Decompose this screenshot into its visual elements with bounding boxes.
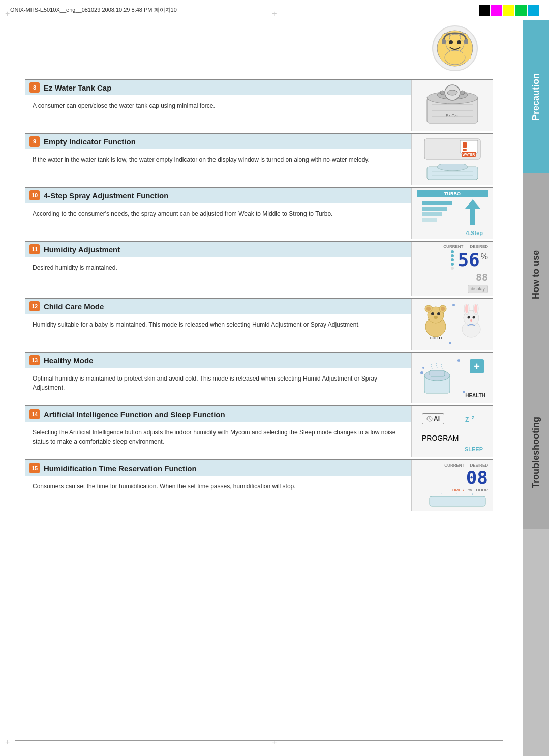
svg-rect-7: [464, 39, 468, 44]
svg-point-5: [457, 40, 461, 44]
feature-image-col-0: Ez Cap: [412, 80, 493, 131]
feature-title-row-1: 9Empty Indicator Function: [25, 134, 411, 149]
svg-point-54: [422, 367, 424, 369]
feature-number-4: 12: [29, 301, 40, 311]
feature-image-col-4: CHILD: [412, 299, 493, 350]
svg-point-39: [434, 316, 438, 319]
feature-row-2: 104-Step Spray Adjustment FunctionAccord…: [25, 187, 493, 239]
feature-desc-2: According to the consumer's needs, the s…: [30, 206, 406, 218]
svg-line-57: [430, 419, 431, 420]
feature-desc-0: A consumer can open/close the water tank…: [30, 98, 406, 110]
svg-rect-22: [463, 142, 467, 148]
feature-title-7: Humidification Time Reservation Function: [44, 464, 197, 473]
color-blocks: [479, 5, 539, 16]
page-header: ONIX-MHS-E5010X__eng__081029 2008.10.29 …: [0, 0, 549, 20]
feature-title-6: Artificial Intelligence Function and Sle…: [44, 410, 225, 419]
feature-image-col-5: + HEALTH: [412, 353, 493, 403]
svg-point-14: [440, 91, 444, 95]
feature-title-1: Empty Indicator Function: [44, 137, 136, 146]
feature-title-row-7: 15Humidification Time Reservation Functi…: [25, 460, 411, 476]
feature-desc-4: Humidity suitable for a baby is maintain…: [30, 317, 406, 329]
color-block-magenta: [491, 5, 502, 16]
color-block-black: [479, 5, 490, 16]
feature-image-col-1: WATER: [412, 134, 493, 185]
svg-text:Z: Z: [465, 416, 469, 423]
feature-row-4: 12Child Care ModeHumidity suitable for a…: [25, 298, 493, 350]
sidebar-tab-precaution: Precaution: [523, 20, 549, 173]
feature-title-5: Healthy Mode: [44, 356, 94, 365]
svg-rect-23: [463, 149, 467, 151]
feature-desc-7: Consumers can set the time for humidific…: [30, 479, 406, 491]
corner-cross-bottom-center: +: [272, 738, 277, 747]
feature-text-col-5: 13Healthy ModeOptimal humidity is mainta…: [25, 353, 412, 403]
feature-row-1: 9Empty Indicator FunctionIf the water in…: [25, 133, 493, 185]
corner-cross-bottom-left: +: [5, 738, 10, 747]
svg-point-35: [426, 307, 431, 311]
header-text: ONIX-MHS-E5010X__eng__081029 2008.10.29 …: [10, 6, 177, 14]
feature-title-row-2: 104-Step Spray Adjustment Function: [25, 188, 411, 203]
feature-number-2: 10: [29, 190, 40, 200]
feature-image-col-2: TURBO 4-Step: [412, 188, 493, 239]
feature-title-3: Humidity Adjustment: [44, 245, 120, 254]
color-block-cyan: [528, 5, 539, 16]
svg-text:WATER: WATER: [463, 153, 475, 156]
svg-point-38: [437, 312, 440, 315]
feature-text-col-1: 9Empty Indicator FunctionIf the water in…: [25, 134, 412, 185]
feature-desc-6: Selecting the Artificial Intelligence bu…: [30, 425, 406, 446]
feature-image-col-6: AI Z z PROGRAM SLEEP: [412, 406, 493, 457]
feature-title-row-5: 13Healthy Mode: [25, 353, 411, 368]
feature-text-col-7: 15Humidification Time Reservation Functi…: [25, 460, 412, 511]
feature-image-col-3: CURRENTDESIRED 56 % 88 display: [412, 242, 493, 296]
feature-text-col-4: 12Child Care ModeHumidity suitable for a…: [25, 299, 412, 350]
feature-number-5: 13: [29, 355, 40, 365]
sidebar-tab-troubleshooting: Troubleshooting: [523, 376, 549, 529]
feature-title-row-3: 11Humidity Adjustment: [25, 242, 411, 257]
svg-point-53: [420, 371, 423, 374]
feature-title-0: Ez Water Tank Cap: [44, 83, 111, 92]
svg-rect-60: [430, 496, 485, 506]
svg-point-48: [473, 316, 475, 319]
color-block-yellow: [503, 5, 514, 16]
feature-title-row-6: 14Artificial Intelligence Function and S…: [25, 406, 411, 422]
feature-row-7: 15Humidification Time Reservation Functi…: [25, 459, 493, 511]
svg-point-49: [470, 319, 472, 322]
feature-row-5: 13Healthy ModeOptimal humidity is mainta…: [25, 352, 493, 403]
feature-title-4: Child Care Mode: [44, 302, 104, 311]
feature-number-0: 8: [29, 82, 40, 93]
svg-rect-6: [442, 39, 446, 44]
svg-point-4: [449, 40, 453, 44]
svg-text:CHILD: CHILD: [430, 336, 442, 340]
feature-title-row-4: 12Child Care Mode: [25, 299, 411, 314]
feature-number-7: 15: [29, 463, 40, 473]
svg-point-37: [431, 312, 434, 315]
feature-number-1: 9: [29, 136, 40, 147]
feature-number-3: 11: [29, 244, 40, 254]
feature-title-row-0: 8Ez Water Tank Cap: [25, 80, 411, 95]
svg-point-8: [445, 50, 465, 65]
feature-text-col-3: 11Humidity AdjustmentDesired humidity is…: [25, 242, 412, 296]
bottom-divider: [15, 740, 503, 741]
svg-point-13: [447, 90, 458, 95]
svg-point-45: [465, 304, 468, 313]
svg-point-15: [461, 91, 465, 95]
feature-row-0: 8Ez Water Tank CapA consumer can open/cl…: [25, 79, 493, 131]
mascot-image: [432, 25, 478, 71]
svg-point-36: [441, 307, 445, 311]
feature-image-col-7: CURRENTDESIRED 08 TIMER % HOUR: [412, 460, 493, 511]
features-list: 8Ez Water Tank CapA consumer can open/cl…: [25, 79, 493, 511]
feature-row-6: 14Artificial Intelligence Function and S…: [25, 405, 493, 457]
sidebar-tab-how-to-use: How to use: [523, 173, 549, 376]
feature-desc-5: Optimal humidity is maintained to protec…: [30, 371, 406, 392]
svg-point-46: [474, 304, 477, 313]
feature-text-col-6: 14Artificial Intelligence Function and S…: [25, 406, 412, 457]
feature-desc-3: Desired humidity is maintained.: [30, 260, 406, 272]
feature-desc-1: If the water in the water tank is low, t…: [30, 152, 406, 164]
svg-text:Ez Cap: Ez Cap: [446, 113, 460, 118]
svg-text:z: z: [472, 415, 474, 420]
feature-text-col-2: 104-Step Spray Adjustment FunctionAccord…: [25, 188, 412, 239]
mascot-area: [25, 25, 478, 71]
svg-point-27: [437, 164, 468, 171]
feature-title-2: 4-Step Spray Adjustment Function: [44, 191, 168, 200]
main-content: 8Ez Water Tank CapA consumer can open/cl…: [15, 20, 503, 725]
feature-row-3: 11Humidity AdjustmentDesired humidity is…: [25, 241, 493, 296]
